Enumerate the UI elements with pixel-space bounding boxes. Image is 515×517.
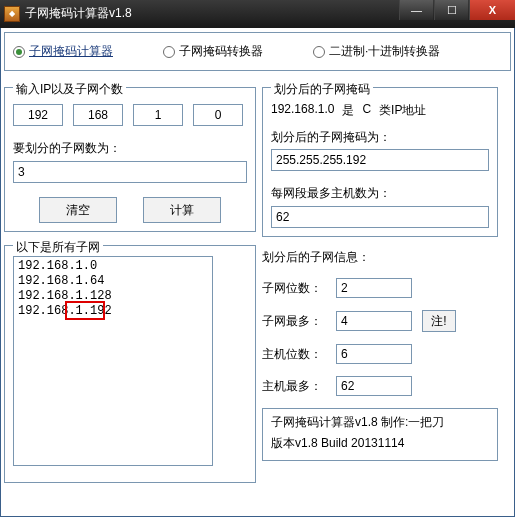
label-subnet-bits: 子网位数： xyxy=(262,280,326,297)
tab-label: 二进制·十进制转换器 xyxy=(329,43,440,60)
note-button[interactable]: 注! xyxy=(422,310,456,332)
tab-label: 子网掩码计算器 xyxy=(29,43,113,60)
radio-icon xyxy=(163,46,175,58)
ip-octet-3[interactable] xyxy=(133,104,183,126)
label-subnet-count: 要划分的子网数为： xyxy=(13,140,247,157)
label-host-bits: 主机位数： xyxy=(262,346,326,363)
tab-converter[interactable]: 子网掩码转换器 xyxy=(163,43,263,60)
label-max-hosts: 每网段最多主机数为： xyxy=(271,185,489,202)
text-class-ip: 类IP地址 xyxy=(379,102,426,119)
groupbox-input: 输入IP以及子网个数 要划分的子网数为： 清空 计算 xyxy=(4,87,256,232)
maximize-button[interactable]: ☐ xyxy=(434,0,468,20)
groupbox-result-mask: 划分后的子网掩码 192.168.1.0 是 C 类IP地址 划分后的子网掩码为… xyxy=(262,87,498,237)
ip-display: 192.168.1.0 xyxy=(271,102,334,119)
radio-icon xyxy=(313,46,325,58)
window-title: 子网掩码计算器v1.8 xyxy=(25,5,399,22)
ip-octet-4[interactable] xyxy=(193,104,243,126)
titlebar: ◆ 子网掩码计算器v1.8 — ☐ X xyxy=(0,0,515,28)
ip-class-letter: C xyxy=(362,102,371,119)
subnet-max-output[interactable] xyxy=(336,311,412,331)
subnet-bits-output[interactable] xyxy=(336,278,412,298)
about-box: 子网掩码计算器v1.8 制作:一把刀 版本v1.8 Build 20131114 xyxy=(262,408,498,461)
subnet-count-input[interactable] xyxy=(13,161,247,183)
ip-octet-2[interactable] xyxy=(73,104,123,126)
label-mask-after: 划分后的子网掩码为： xyxy=(271,130,391,144)
app-icon: ◆ xyxy=(4,6,20,22)
hosts-per-seg-output[interactable] xyxy=(271,206,489,228)
mask-output[interactable] xyxy=(271,149,489,171)
minimize-button[interactable]: — xyxy=(399,0,433,20)
tab-label: 子网掩码转换器 xyxy=(179,43,263,60)
text-is: 是 xyxy=(342,102,354,119)
groupbox-all-subnets: 以下是所有子网 192.168.1.0 192.168.1.64 192.168… xyxy=(4,245,256,483)
about-line-2: 版本v1.8 Build 20131114 xyxy=(271,435,489,452)
close-button[interactable]: X xyxy=(469,0,515,20)
about-line-1: 子网掩码计算器v1.8 制作:一把刀 xyxy=(271,414,489,431)
label-result-info: 划分后的子网信息： xyxy=(262,249,498,266)
radio-icon xyxy=(13,46,25,58)
tab-binary[interactable]: 二进制·十进制转换器 xyxy=(313,43,440,60)
client-area: 子网掩码计算器 子网掩码转换器 二进制·十进制转换器 输入IP以及子网个数 要划… xyxy=(0,28,515,517)
groupbox-label: 输入IP以及子网个数 xyxy=(13,81,126,98)
groupbox-label: 划分后的子网掩码 xyxy=(271,81,373,98)
clear-button[interactable]: 清空 xyxy=(39,197,117,223)
groupbox-label: 以下是所有子网 xyxy=(13,239,103,256)
compute-button[interactable]: 计算 xyxy=(143,197,221,223)
label-host-max: 主机最多： xyxy=(262,378,326,395)
ip-octet-1[interactable] xyxy=(13,104,63,126)
label-subnet-max: 子网最多： xyxy=(262,313,326,330)
tab-bar: 子网掩码计算器 子网掩码转换器 二进制·十进制转换器 xyxy=(4,32,511,71)
subnet-listbox[interactable]: 192.168.1.0 192.168.1.64 192.168.1.128 1… xyxy=(13,256,213,466)
tab-calculator[interactable]: 子网掩码计算器 xyxy=(13,43,113,60)
host-max-output[interactable] xyxy=(336,376,412,396)
host-bits-output[interactable] xyxy=(336,344,412,364)
